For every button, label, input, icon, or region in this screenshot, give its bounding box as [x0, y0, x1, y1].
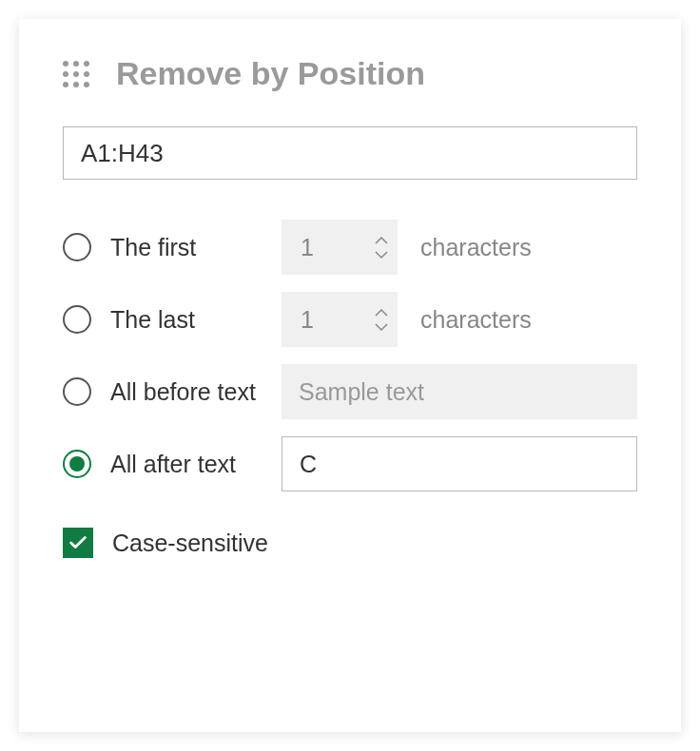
after-text-input[interactable] — [282, 436, 637, 491]
before-text-input[interactable] — [282, 364, 637, 419]
panel-title: Remove by Position — [116, 55, 425, 92]
option-last-row: The last 1 characters — [63, 292, 637, 347]
option-last-label: The last — [110, 306, 282, 334]
option-before-row: All before text — [63, 364, 637, 419]
option-after-row: All after text — [63, 436, 637, 491]
radio-last[interactable] — [63, 305, 91, 334]
chevron-down-icon[interactable] — [375, 320, 388, 334]
chevron-down-icon[interactable] — [375, 248, 388, 261]
radio-after[interactable] — [63, 450, 91, 478]
check-icon — [68, 532, 88, 553]
last-count-value: 1 — [301, 306, 375, 334]
option-after-label: All after text — [110, 451, 282, 478]
radio-first[interactable] — [63, 233, 91, 261]
grip-icon[interactable] — [63, 61, 89, 87]
last-suffix: characters — [420, 306, 532, 334]
case-sensitive-checkbox[interactable] — [63, 528, 93, 558]
last-count-stepper[interactable]: 1 — [282, 292, 398, 347]
chevron-up-icon[interactable] — [375, 305, 388, 318]
case-sensitive-row: Case-sensitive — [63, 528, 637, 558]
chevron-up-icon[interactable] — [375, 233, 388, 246]
first-suffix: characters — [420, 234, 532, 261]
radio-before[interactable] — [63, 377, 91, 406]
remove-by-position-panel: Remove by Position The first 1 character… — [19, 19, 681, 732]
case-sensitive-label: Case-sensitive — [112, 530, 268, 557]
option-first-label: The first — [110, 234, 282, 261]
panel-header: Remove by Position — [63, 55, 637, 92]
first-count-stepper[interactable]: 1 — [282, 220, 398, 275]
option-first-row: The first 1 characters — [63, 220, 637, 275]
first-count-value: 1 — [301, 234, 375, 261]
range-input[interactable] — [63, 126, 637, 180]
option-before-label: All before text — [110, 378, 282, 406]
